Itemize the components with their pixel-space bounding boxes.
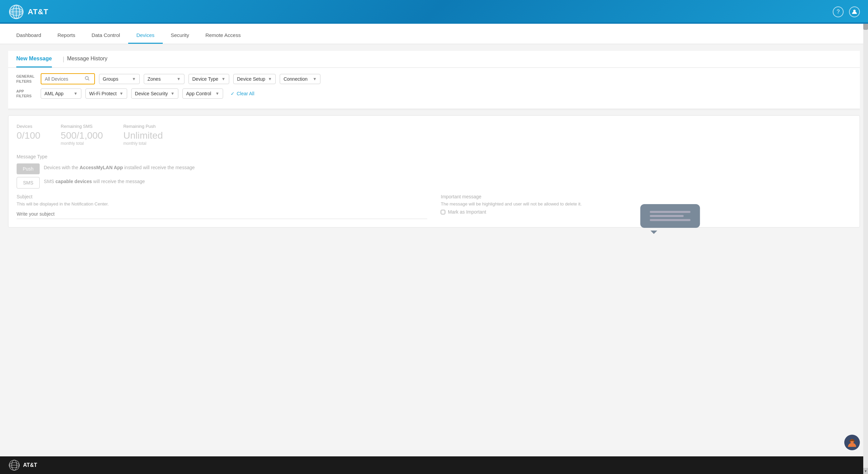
- header-icons: ?: [833, 6, 860, 17]
- subject-col: Subject This will be displayed in the No…: [17, 194, 427, 219]
- svg-point-16: [853, 440, 855, 442]
- chat-line-3: [650, 219, 690, 221]
- scrollbar[interactable]: ▲ ▼: [863, 0, 868, 474]
- help-button[interactable]: ?: [833, 6, 844, 17]
- push-stat-sub: monthly total: [123, 141, 163, 146]
- push-stat-label: Remaining Push: [123, 124, 163, 129]
- avatar-face-icon: [847, 437, 857, 448]
- chat-line-1: [650, 211, 690, 213]
- connection-dropdown-arrow: ▼: [313, 77, 317, 81]
- search-input[interactable]: [45, 76, 82, 82]
- tabs-wrapper: New Message | Message History: [8, 51, 860, 68]
- chat-bubble-overlay: [640, 204, 700, 228]
- sms-stat: Remaining SMS 500/1,000 monthly total: [61, 124, 103, 146]
- device-security-dropdown[interactable]: Device Security ▼: [131, 88, 178, 99]
- connection-dropdown[interactable]: Connection ▼: [280, 74, 320, 84]
- wifi-protect-dropdown[interactable]: Wi-Fi Protect ▼: [85, 88, 127, 99]
- nav-reports[interactable]: Reports: [49, 27, 83, 44]
- general-filters-label: GENERALFILTERS: [16, 74, 37, 84]
- wifi-protect-dropdown-arrow: ▼: [119, 91, 123, 96]
- subject-label: Subject: [17, 194, 427, 199]
- search-box[interactable]: [41, 73, 95, 84]
- nav-bar: Dashboard Reports Data Control Devices S…: [0, 24, 868, 44]
- aml-app-dropdown[interactable]: AML App ▼: [41, 88, 81, 99]
- bottom-logo-icon: [8, 459, 20, 471]
- avatar-button[interactable]: [844, 435, 860, 450]
- subject-input[interactable]: [17, 209, 427, 219]
- clear-check-icon: ✓: [231, 91, 235, 96]
- device-type-dropdown-arrow: ▼: [221, 77, 225, 81]
- app-filters-row: APPFILTERS AML App ▼ Wi-Fi Protect ▼ Dev…: [16, 88, 852, 99]
- tab-message-history[interactable]: Message History: [67, 51, 107, 67]
- app-filters-label: APPFILTERS: [16, 89, 37, 99]
- push-description: Devices with the AccessMyLAN App install…: [44, 165, 195, 170]
- svg-point-8: [85, 77, 88, 80]
- bottom-bar: AT&T: [0, 456, 868, 474]
- tab-divider: |: [63, 56, 64, 63]
- app-control-dropdown-arrow: ▼: [215, 91, 219, 96]
- sms-description: SMS capable devices will receive the mes…: [44, 179, 145, 184]
- zones-dropdown-arrow: ▼: [177, 77, 181, 81]
- section-divider: [8, 110, 860, 110]
- sms-stat-sub: monthly total: [61, 141, 103, 146]
- user-icon: [852, 9, 857, 15]
- subject-desc: This will be displayed in the Notificati…: [17, 201, 427, 206]
- sms-stat-label: Remaining SMS: [61, 124, 103, 129]
- logo-text: AT&T: [28, 7, 48, 16]
- push-stat-value: Unlimited: [123, 130, 163, 141]
- devices-stat-value: 0/100: [17, 130, 40, 141]
- scroll-down-arrow[interactable]: ▼: [863, 468, 868, 474]
- chat-line-2: [650, 215, 684, 217]
- search-icon: [85, 76, 90, 82]
- devices-stat: Devices 0/100: [17, 124, 40, 146]
- sms-stat-value: 500/1,000: [61, 130, 103, 141]
- form-row: Subject This will be displayed in the No…: [17, 194, 851, 219]
- device-security-dropdown-arrow: ▼: [171, 91, 175, 96]
- important-label: Important message: [441, 194, 851, 199]
- stats-row: Devices 0/100 Remaining SMS 500/1,000 mo…: [17, 124, 851, 146]
- aml-app-dropdown-arrow: ▼: [74, 91, 78, 96]
- svg-point-15: [849, 440, 851, 442]
- tabs-row: New Message | Message History: [8, 51, 860, 68]
- nav-data-control[interactable]: Data Control: [83, 27, 128, 44]
- logo-area: AT&T: [8, 4, 48, 20]
- message-type-label: Message Type: [17, 154, 851, 159]
- device-setup-dropdown[interactable]: Device Setup ▼: [233, 74, 276, 84]
- groups-dropdown-arrow: ▼: [132, 77, 136, 81]
- chat-bubble: [640, 204, 700, 228]
- device-setup-dropdown-arrow: ▼: [268, 77, 272, 81]
- tab-new-message[interactable]: New Message: [16, 51, 52, 67]
- nav-remote-access[interactable]: Remote Access: [197, 27, 249, 44]
- push-button[interactable]: Push: [17, 163, 40, 174]
- main-content: New Message | Message History GENERALFIL…: [0, 44, 868, 456]
- stats-card: Devices 0/100 Remaining SMS 500/1,000 mo…: [8, 115, 860, 228]
- general-filters-row: GENERALFILTERS Groups ▼ Zones ▼: [16, 73, 852, 84]
- sms-button[interactable]: SMS: [17, 177, 40, 189]
- nav-devices[interactable]: Devices: [128, 27, 162, 44]
- clear-all-button[interactable]: ✓ Clear All: [227, 89, 258, 98]
- zones-dropdown[interactable]: Zones ▼: [144, 74, 184, 84]
- att-logo-icon: [8, 4, 24, 20]
- top-header: AT&T ?: [0, 0, 868, 24]
- push-stat: Remaining Push Unlimited monthly total: [123, 124, 163, 146]
- device-type-dropdown[interactable]: Device Type ▼: [189, 74, 229, 84]
- svg-line-9: [88, 79, 90, 81]
- app-control-dropdown[interactable]: App Control ▼: [182, 88, 223, 99]
- user-profile-button[interactable]: [849, 6, 860, 17]
- filters-section: GENERALFILTERS Groups ▼ Zones ▼: [8, 68, 860, 108]
- mark-important-label: Mark as Important: [448, 209, 486, 215]
- nav-dashboard[interactable]: Dashboard: [8, 27, 49, 44]
- mark-important-checkbox[interactable]: [441, 210, 445, 214]
- bottom-logo-text: AT&T: [23, 462, 37, 468]
- groups-dropdown[interactable]: Groups ▼: [99, 74, 140, 84]
- important-col: Important message The message will be hi…: [441, 194, 851, 219]
- nav-security[interactable]: Security: [163, 27, 197, 44]
- devices-stat-label: Devices: [17, 124, 40, 129]
